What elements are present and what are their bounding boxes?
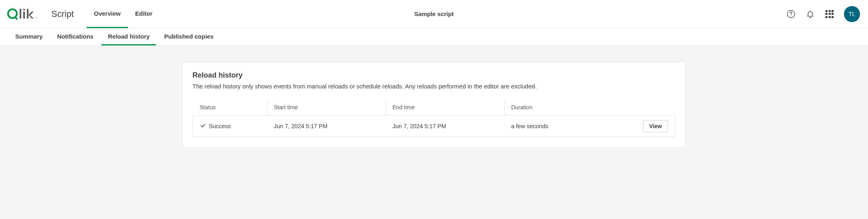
check-icon	[200, 123, 206, 130]
tab-published-copies[interactable]: Published copies	[158, 28, 220, 45]
status-cell: Success	[200, 123, 267, 130]
reload-history-card: Reload history The reload history only s…	[182, 62, 686, 148]
bell-icon[interactable]	[805, 9, 815, 19]
svg-rect-2	[20, 9, 21, 18]
apps-grid-icon[interactable]	[825, 9, 834, 19]
qlik-logo[interactable]	[7, 8, 38, 20]
avatar[interactable]: TL	[844, 6, 860, 22]
card-description: The reload history only shows events fro…	[192, 83, 676, 90]
svg-point-6	[35, 17, 36, 18]
status-text: Success	[209, 123, 231, 129]
column-status: Status	[192, 99, 267, 115]
tab-summary[interactable]: Summary	[9, 28, 49, 45]
column-duration: Duration	[504, 99, 631, 115]
card-heading: Reload history	[192, 71, 676, 80]
tab-reload-history[interactable]: Reload history	[101, 28, 156, 45]
reload-table: Status Start time End time Duration Succ…	[192, 99, 676, 137]
view-button[interactable]: View	[643, 120, 668, 132]
svg-point-8	[791, 15, 791, 16]
secondary-tabs: Summary Notifications Reload history Pub…	[0, 28, 868, 46]
end-time-cell: Jun 7, 2024 5:17 PM	[386, 123, 505, 129]
svg-rect-3	[23, 12, 25, 18]
product-label: Script	[51, 9, 74, 19]
topbar: Script Overview Editor Sample script	[0, 0, 868, 28]
svg-rect-5	[27, 9, 28, 18]
column-end-time: End time	[386, 99, 504, 115]
topbar-right: TL	[786, 6, 860, 22]
help-icon[interactable]	[786, 9, 796, 19]
tab-editor[interactable]: Editor	[128, 0, 160, 28]
page: Reload history The reload history only s…	[0, 46, 868, 172]
tab-overview[interactable]: Overview	[87, 0, 128, 28]
table-header: Status Start time End time Duration	[192, 99, 676, 115]
start-time-cell: Jun 7, 2024 5:17 PM	[267, 123, 386, 129]
page-title: Sample script	[414, 10, 453, 17]
svg-point-4	[23, 8, 25, 10]
brand: Script	[7, 8, 74, 20]
column-action	[631, 99, 676, 115]
table-row: Success Jun 7, 2024 5:17 PM Jun 7, 2024 …	[192, 115, 676, 137]
column-start-time: Start time	[267, 99, 386, 115]
duration-cell: a few seconds	[505, 123, 631, 129]
primary-tabs: Overview Editor	[87, 0, 160, 28]
tab-notifications[interactable]: Notifications	[51, 28, 100, 45]
